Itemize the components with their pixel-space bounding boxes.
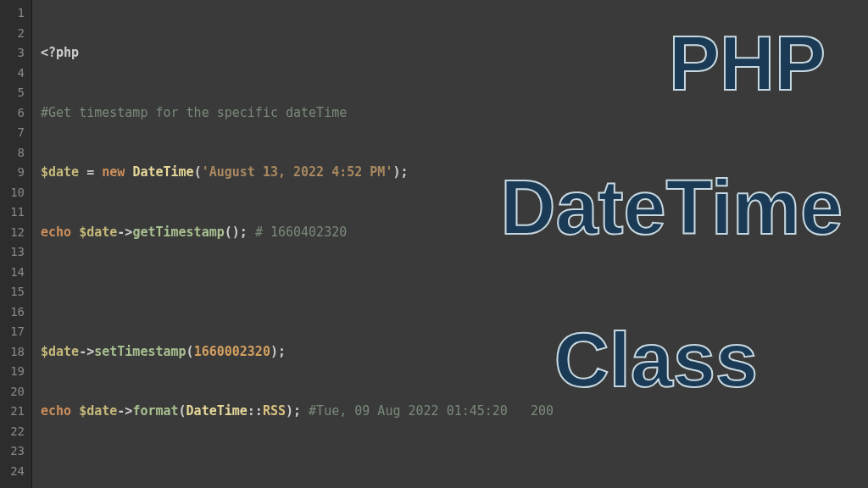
code-line <box>41 282 860 302</box>
line-number: 13 <box>3 242 25 263</box>
line-number: 7 <box>3 123 25 143</box>
line-number: 11 <box>3 202 25 223</box>
line-number: 19 <box>3 362 25 382</box>
line-number: 4 <box>3 64 25 84</box>
line-number: 22 <box>3 422 25 442</box>
line-number: 17 <box>3 322 25 342</box>
code-line <box>41 462 860 482</box>
line-number: 10 <box>3 183 25 203</box>
line-number: 24 <box>3 462 25 482</box>
line-number: 6 <box>3 103 25 124</box>
code-line: echo $date->getTimestamp(); # 1660402320 <box>41 223 860 243</box>
line-number: 18 <box>3 342 25 363</box>
line-number: 9 <box>3 163 25 183</box>
code-line: echo $date->format(DateTime::RSS); #Tue,… <box>41 402 860 422</box>
line-number: 16 <box>3 302 25 323</box>
line-number: 20 <box>3 382 25 402</box>
line-number: 15 <box>3 282 25 302</box>
code-area[interactable]: <?php #Get timestamp for the specific da… <box>32 0 868 488</box>
line-number: 12 <box>3 223 25 243</box>
line-number-gutter: 1 2 3 4 5 6 7 8 9 10 11 12 13 14 15 16 1… <box>0 0 32 488</box>
line-number: 2 <box>3 24 25 44</box>
line-number: 3 <box>3 43 25 64</box>
line-number: 5 <box>3 83 25 103</box>
code-line: #Get timestamp for the specific dateTime <box>41 103 860 124</box>
line-number: 23 <box>3 441 25 462</box>
code-line: $date->setTimestamp(1660002320); <box>41 342 860 363</box>
line-number: 8 <box>3 143 25 164</box>
code-line: <?php <box>41 43 860 64</box>
line-number: 1 <box>3 3 25 24</box>
line-number: 14 <box>3 263 25 283</box>
code-line: $date = new DateTime('August 13, 2022 4:… <box>41 163 860 183</box>
code-editor: 1 2 3 4 5 6 7 8 9 10 11 12 13 14 15 16 1… <box>0 0 868 488</box>
line-number: 21 <box>3 402 25 422</box>
